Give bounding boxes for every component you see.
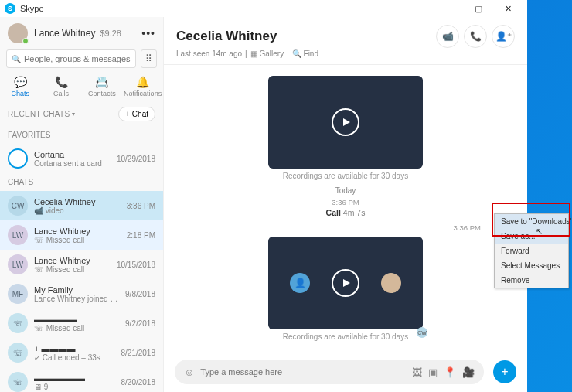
account-avatar [8, 23, 28, 43]
minimize-button[interactable]: ─ [434, 0, 464, 17]
participant-avatar [381, 273, 401, 293]
chat-name: ▬▬▬▬▬ [34, 315, 119, 324]
chat-preview: ☏ Missed call [34, 265, 111, 274]
conversation-title: Cecelia Whitney [176, 29, 431, 44]
gallery-link[interactable]: ▦ Gallery [250, 49, 284, 58]
card-icon[interactable]: 🖼 [412, 366, 422, 378]
chat-preview: Lance Whitney joined this co… [34, 295, 119, 303]
tab-contacts[interactable]: 📇Contacts [82, 76, 123, 97]
chevron-down-icon[interactable]: ▾ [72, 111, 75, 118]
window-title: Skype [20, 4, 434, 13]
close-button[interactable]: ✕ [493, 0, 523, 17]
context-menu-item[interactable]: Save to "Downloads" [495, 214, 568, 229]
section-chats: CHATS [0, 173, 163, 191]
chat-item[interactable]: LW Lance Whitney ☏ Missed call 2:18 PM [0, 220, 163, 250]
recording-caption: Recordings are available for 30 days [283, 172, 408, 180]
chat-preview: ↙ Call ended – 33s [34, 353, 115, 362]
dialpad-button[interactable]: ⠿ [141, 49, 157, 68]
call-event: Call 4m 7s [326, 208, 366, 217]
add-participants-button[interactable]: 👤⁺ [492, 25, 515, 48]
chat-avatar: LW [8, 225, 28, 245]
chat-avatar: LW [8, 254, 28, 274]
chat-name: Cortana [34, 150, 111, 159]
chat-preview: ☏ Missed call [34, 236, 121, 244]
video-call-button[interactable]: 📹 [436, 25, 459, 48]
chat-item[interactable]: CW Cecelia Whitney 📹 video 3:36 PM [0, 191, 163, 220]
audio-call-button[interactable]: 📞 [464, 25, 487, 48]
chat-name: My Family [34, 285, 119, 295]
send-button[interactable]: + [493, 360, 516, 383]
chat-name: Cecelia Whitney [34, 197, 121, 206]
context-menu: Save to "Downloads"Save as...ForwardSele… [494, 213, 569, 288]
chat-item[interactable]: ☏ ▬▬▬▬▬ ☏ Missed call 9/2/2018 [0, 308, 163, 338]
section-recent: RECENT CHATS [8, 110, 70, 118]
chat-date: 9/8/2018 [125, 290, 155, 298]
media-icon[interactable]: ▣ [428, 366, 438, 378]
location-icon[interactable]: 📍 [444, 366, 456, 378]
chat-avatar: ☏ [8, 372, 28, 392]
calls-icon: 📞 [55, 76, 68, 88]
chat-item[interactable]: LW Lance Whitney ☏ Missed call 10/15/201… [0, 250, 163, 279]
cortana-avatar [8, 148, 28, 169]
play-icon [332, 269, 359, 297]
message-input[interactable] [200, 367, 406, 377]
presence-dot [22, 38, 29, 44]
chat-preview: ☏ Missed call [34, 324, 119, 332]
context-menu-item[interactable]: Forward [495, 244, 568, 258]
more-icon[interactable]: ••• [141, 27, 155, 39]
context-menu-item[interactable]: Save as... [495, 229, 568, 244]
chat-name: ▬▬▬▬▬▬ [34, 373, 115, 383]
tab-notifications[interactable]: 🔔Notifications [122, 76, 163, 97]
chats-icon: 💬 [14, 76, 27, 88]
favorite-item[interactable]: Cortana Cortana sent a card 10/29/2018 [0, 144, 163, 173]
chat-name: Lance Whitney [34, 227, 121, 236]
chat-item[interactable]: ☏ + ▬▬▬▬ ↙ Call ended – 33s 8/21/2018 [0, 338, 163, 367]
context-menu-item[interactable]: Remove [495, 273, 568, 288]
video-msg-icon[interactable]: 🎥 [462, 366, 475, 378]
sender-badge: CW [417, 327, 427, 338]
recording-thumbnail-bottom[interactable]: 👤 [268, 237, 423, 329]
chat-item[interactable]: MF My Family Lance Whitney joined this c… [0, 279, 163, 308]
chat-avatar: ☏ [8, 343, 28, 363]
recording-thumbnail-top[interactable] [268, 76, 423, 169]
recording-caption: Recordings are available for 30 days [283, 332, 408, 341]
context-menu-item[interactable]: Select Messages [495, 258, 568, 273]
chat-name: Lance Whitney [34, 256, 111, 265]
account-row[interactable]: Lance Whitney $9.28 ••• [0, 17, 163, 49]
chat-name: + ▬▬▬▬ [34, 344, 115, 353]
chat-date: 10/29/2018 [117, 155, 155, 163]
find-link[interactable]: 🔍 Find [292, 49, 318, 58]
chat-preview: 🖥 9 [34, 383, 115, 391]
chat-date: 8/21/2018 [121, 349, 156, 357]
bell-icon: 🔔 [136, 76, 149, 88]
chat-date: 2:18 PM [127, 231, 155, 240]
chat-avatar: CW [8, 196, 28, 216]
call-timestamp: 3:36 PM [332, 198, 359, 206]
chat-preview: Cortana sent a card [34, 159, 111, 168]
chat-date: 9/2/2018 [125, 319, 155, 328]
skype-logo: S [5, 3, 15, 14]
tab-chats[interactable]: 💬Chats [0, 76, 41, 97]
recording-timestamp: 3:36 PM [179, 223, 512, 232]
participant-avatar: 👤 [290, 273, 310, 293]
date-separator: Today [335, 186, 356, 195]
chat-date: 8/20/2018 [121, 378, 156, 387]
tab-calls[interactable]: 📞Calls [41, 76, 82, 97]
chat-preview: 📹 video [34, 206, 121, 215]
message-input-container[interactable]: ☺ 🖼 ▣ 📍 🎥 [175, 360, 484, 384]
chat-date: 10/15/2018 [117, 261, 155, 269]
search-input[interactable] [24, 54, 131, 63]
emoji-icon[interactable]: ☺ [184, 366, 194, 378]
contacts-icon: 📇 [95, 76, 108, 88]
last-seen: Last seen 14m ago [176, 49, 242, 58]
account-balance: $9.28 [100, 29, 121, 38]
play-icon [332, 108, 359, 136]
chat-avatar: ☏ [8, 313, 28, 333]
new-chat-button[interactable]: + Chat [118, 107, 155, 121]
search-icon: 🔍 [12, 55, 21, 63]
search-input-container[interactable]: 🔍 [6, 49, 136, 68]
maximize-button[interactable]: ▢ [464, 0, 493, 17]
chat-avatar: MF [8, 284, 28, 304]
chat-item[interactable]: ☏ ▬▬▬▬▬▬ 🖥 9 8/20/2018 [0, 367, 163, 392]
section-favorites: FAVORITES [0, 126, 163, 144]
